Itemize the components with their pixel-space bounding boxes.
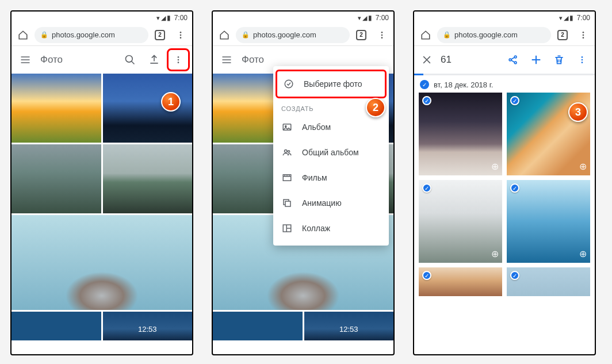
tab-count: 2 [155,30,165,40]
battery-icon: ▮ [569,14,573,22]
photo-thumb[interactable] [12,74,101,143]
browser-menu-icon[interactable] [373,26,391,44]
svg-rect-16 [285,201,290,206]
svg-point-1 [180,34,182,36]
menu-movie-label: Фильм [302,173,327,182]
select-icon [283,78,294,90]
svg-point-8 [381,34,383,36]
omnibox[interactable]: 🔒 photos.google.com [35,27,148,43]
svg-point-26 [582,62,583,63]
svg-point-21 [509,59,511,61]
browser-tabs-button[interactable]: 2 [352,26,370,44]
svg-point-12 [285,125,286,127]
status-time: 7:00 [174,14,188,22]
lock-icon: 🔒 [40,31,48,39]
photo-grid [12,74,192,354]
zoom-icon[interactable]: ⊕ [579,248,587,259]
omnibox[interactable]: 🔒 photos.google.com [236,27,350,43]
menu-collage[interactable]: Коллаж [273,216,389,241]
photo-thumb[interactable] [12,312,101,340]
overflow-menu-icon[interactable] [167,48,190,71]
status-bar: ▾ ◢ ▮ 7:00 [213,12,393,24]
animation-icon [281,197,293,209]
photo-thumb[interactable] [103,144,193,213]
screen-3: ▾ ◢ ▮ 7:00 🔒 photos.google.com 2 61 [413,10,596,355]
hamburger-menu-icon[interactable] [215,48,238,71]
browser-home-icon[interactable] [215,26,234,44]
photo-thumb[interactable] [103,312,193,340]
status-time: 7:00 [577,14,590,22]
add-icon[interactable] [525,48,548,71]
svg-point-9 [381,37,383,39]
wifi-icon: ▾ [559,14,563,22]
share-icon[interactable] [502,48,525,71]
svg-point-2 [180,37,182,39]
signal-icon: ◢ [161,14,166,22]
svg-point-13 [285,150,288,153]
menu-select-photos[interactable]: Выберите фото [276,70,387,98]
svg-point-25 [582,59,583,61]
photo-thumb[interactable] [304,312,394,340]
photo-thumb[interactable] [12,215,192,310]
lock-icon: 🔒 [242,31,250,39]
check-icon: ✓ [422,96,431,105]
close-icon[interactable] [415,48,438,71]
selection-bar: 61 [414,46,595,74]
svg-point-19 [583,34,584,36]
browser-menu-icon[interactable] [171,26,190,44]
svg-point-22 [514,56,517,58]
photo-tile[interactable]: ✓ [507,267,590,296]
photo-thumb[interactable] [12,144,101,213]
check-icon: ✓ [510,183,519,193]
browser-tabs-button[interactable]: 2 [553,26,572,44]
svg-point-3 [126,56,133,63]
menu-album[interactable]: Альбом [273,114,389,140]
menu-shared-label: Общий альбом [302,148,359,157]
zoom-icon[interactable]: ⊕ [579,161,587,172]
battery-icon: ▮ [167,14,171,22]
selection-count: 61 [438,54,502,66]
overflow-menu: Выберите фото СОЗДАТЬ Альбом Общий альбо… [273,66,389,246]
zoom-icon[interactable]: ⊕ [491,248,499,259]
menu-album-label: Альбом [302,122,331,132]
omnibox[interactable]: 🔒 photos.google.com [437,27,551,43]
photo-tile[interactable]: ✓⊕ [507,180,590,263]
search-icon[interactable] [118,48,141,71]
photo-thumb[interactable] [213,312,303,340]
zoom-icon[interactable]: ⊕ [491,161,499,172]
svg-point-7 [381,32,383,33]
browser-home-icon[interactable] [416,26,435,44]
menu-select-label: Выберите фото [304,79,362,89]
photo-tile[interactable]: ✓⊕ [419,93,502,175]
browser-tabs-button[interactable]: 2 [151,26,169,44]
delete-icon[interactable] [548,48,571,71]
svg-point-18 [583,32,584,33]
browser-home-icon[interactable] [14,26,32,44]
status-time: 7:00 [376,14,389,22]
menu-animation[interactable]: Анимацию [273,190,389,216]
progress-bar [414,74,595,75]
lock-icon: 🔒 [443,31,451,39]
omnibox-url: photos.google.com [52,30,115,39]
hamburger-menu-icon[interactable] [14,48,37,71]
menu-shared-album[interactable]: Общий альбом [273,140,389,165]
annotation-badge-2: 2 [366,98,385,117]
photo-tile[interactable]: ✓⊕ [419,180,502,263]
svg-point-0 [180,32,182,33]
photo-thumb[interactable] [103,74,193,143]
menu-collage-label: Коллаж [302,224,330,233]
photo-tile[interactable]: ✓ [419,267,502,296]
screen-1: ▾ ◢ ▮ 7:00 🔒 photos.google.com 2 Фото [10,10,193,355]
tab-count: 2 [356,30,366,40]
album-icon [281,121,293,133]
svg-point-5 [178,59,179,61]
upload-icon[interactable] [143,48,166,71]
selection-grid: ✓⊕ ✓⊕ ✓⊕ ✓⊕ ✓ ✓ [414,93,595,296]
check-icon: ✓ [420,80,429,89]
check-icon: ✓ [422,183,431,193]
browser-menu-icon[interactable] [574,26,592,44]
overflow-menu-icon[interactable] [571,48,594,71]
date-header[interactable]: ✓ вт, 18 дек. 2018 г. [414,75,595,93]
menu-movie[interactable]: Фильм [273,165,389,190]
battery-icon: ▮ [368,14,372,22]
